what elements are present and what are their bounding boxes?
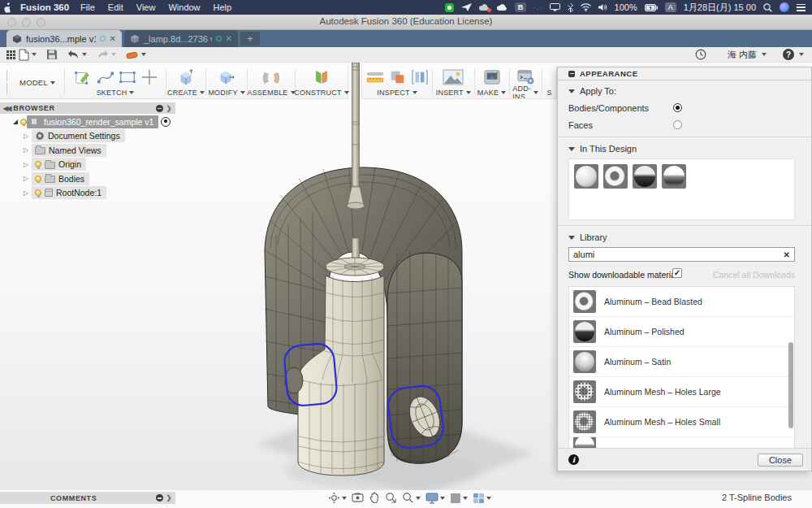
- display-caret[interactable]: [440, 497, 445, 500]
- viewports-button[interactable]: [473, 493, 491, 504]
- menu-help[interactable]: Help: [214, 2, 232, 12]
- radio-faces[interactable]: [673, 120, 682, 129]
- joint-icon[interactable]: [261, 68, 282, 86]
- scripts-addins-icon[interactable]: [516, 68, 535, 85]
- expand-icon[interactable]: [13, 119, 18, 124]
- document-tab-inactive[interactable]: _lamp.8d...2736 v1* ✕: [124, 30, 238, 47]
- keyboard-dots-icon[interactable]: ·.·: [533, 4, 542, 11]
- fit-button[interactable]: [402, 492, 421, 504]
- library-section-header[interactable]: Library: [558, 227, 811, 245]
- modify-caret[interactable]: [240, 91, 245, 94]
- active-app-name[interactable]: Fusion 360: [20, 2, 69, 12]
- apply-option-bodies[interactable]: Bodies/Components: [558, 99, 811, 116]
- collapsed-icon[interactable]: ▷: [23, 146, 29, 154]
- file-menu-icon[interactable]: [19, 49, 29, 61]
- panel-chevron-icon[interactable]: ❯: [166, 494, 172, 501]
- close-tab-icon[interactable]: ✕: [110, 35, 116, 43]
- job-status-clock-icon[interactable]: [695, 49, 706, 60]
- panel-options-icon[interactable]: [156, 494, 163, 501]
- material-row[interactable]: Aluminum – Polished: [569, 317, 794, 347]
- browser-item-root[interactable]: fusion360_render_sample v1: [0, 115, 175, 128]
- visibility-bulb-icon[interactable]: [35, 176, 41, 182]
- swatch-white-swirl[interactable]: [603, 164, 628, 189]
- zoom-window-button[interactable]: [385, 492, 397, 504]
- collapse-panel-icon[interactable]: ◀◀: [3, 105, 10, 112]
- insert-caret[interactable]: [466, 91, 471, 94]
- menubar-clock[interactable]: 1月28日(月) 15 00: [684, 2, 756, 14]
- in-this-design-section-header[interactable]: In This Design: [558, 138, 811, 157]
- menu-view[interactable]: View: [136, 2, 156, 12]
- radio-bodies-components[interactable]: [673, 103, 682, 112]
- browser-item-document-settings[interactable]: ▷ Document Settings: [0, 129, 175, 142]
- section-collapse-icon[interactable]: [568, 236, 575, 240]
- eraser-tool-icon[interactable]: [126, 50, 139, 59]
- data-panel-toggle-icon[interactable]: [6, 50, 15, 59]
- inspect-caret[interactable]: [412, 91, 417, 94]
- collapsed-icon[interactable]: ▷: [23, 161, 29, 168]
- visibility-bulb-icon[interactable]: [35, 189, 41, 196]
- insert-image-icon[interactable]: [443, 69, 464, 85]
- clear-search-icon[interactable]: ✕: [784, 250, 790, 259]
- grid-layout-button[interactable]: [450, 493, 468, 504]
- close-tab-icon[interactable]: ✕: [226, 35, 232, 43]
- measure-icon[interactable]: [365, 69, 385, 85]
- boxdrive-icon[interactable]: B: [515, 2, 526, 12]
- browser-item-origin[interactable]: ▷ Origin: [0, 158, 175, 171]
- press-pull-icon[interactable]: [217, 68, 236, 86]
- spotlight-icon[interactable]: [763, 3, 772, 12]
- cancel-downloads-link[interactable]: Cancel all Downloads: [713, 270, 795, 280]
- viewports-caret[interactable]: [486, 497, 491, 500]
- 3d-print-icon[interactable]: [482, 69, 502, 85]
- line-app-icon[interactable]: [445, 3, 454, 12]
- collapsed-icon[interactable]: ▷: [23, 189, 29, 197]
- panel-options-icon[interactable]: [156, 105, 163, 112]
- browser-header[interactable]: ◀◀ BROWSER ❯: [0, 102, 175, 114]
- swatch-white-matte[interactable]: [574, 164, 598, 189]
- sketch-caret[interactable]: [129, 91, 134, 94]
- input-source-icon[interactable]: A: [665, 2, 676, 12]
- paper-plane-icon[interactable]: [461, 3, 472, 11]
- visibility-bulb-icon[interactable]: [35, 161, 41, 167]
- appearance-dialog-header[interactable]: APPEARANCE: [558, 67, 811, 80]
- document-tab-active[interactable]: fusion36...mple v1* ✕: [6, 30, 122, 47]
- activate-component-radio[interactable]: [161, 117, 171, 127]
- section-collapse-icon[interactable]: [568, 147, 575, 151]
- visibility-bulb-icon[interactable]: [20, 119, 27, 125]
- redo-icon[interactable]: [97, 50, 109, 59]
- battery-icon[interactable]: [645, 4, 658, 11]
- user-menu-caret[interactable]: [762, 53, 767, 56]
- display-settings-button[interactable]: [425, 493, 445, 504]
- siri-icon[interactable]: [780, 2, 789, 12]
- collapsed-icon[interactable]: ▷: [23, 132, 29, 140]
- look-at-button[interactable]: [352, 493, 364, 503]
- sketch-point-icon[interactable]: [140, 68, 158, 86]
- create-form-icon[interactable]: [176, 68, 196, 86]
- comments-panel-header[interactable]: COMMENTS ❯: [0, 492, 175, 504]
- volume-icon[interactable]: [598, 3, 607, 11]
- spline-icon[interactable]: [97, 68, 114, 86]
- redo-caret[interactable]: [111, 53, 116, 56]
- material-row[interactable]: Aluminum – Bead Blasted: [569, 287, 794, 317]
- close-button[interactable]: Close: [758, 454, 803, 467]
- show-downloadable-checkbox[interactable]: ✓: [672, 268, 682, 278]
- undo-caret[interactable]: [82, 53, 87, 56]
- wifi-icon[interactable]: [581, 3, 591, 11]
- construct-plane-icon[interactable]: [312, 68, 331, 86]
- collapsed-icon[interactable]: ▷: [23, 175, 29, 182]
- airplay-display-icon[interactable]: [550, 3, 560, 11]
- swatch-chrome[interactable]: [662, 164, 686, 189]
- apply-option-faces[interactable]: Faces: [558, 116, 811, 133]
- bluetooth-icon[interactable]: [568, 3, 573, 12]
- workspace-selector[interactable]: MODEL: [11, 66, 64, 98]
- browser-item-named-views[interactable]: ▷ Named Views: [0, 144, 175, 157]
- menu-window[interactable]: Window: [168, 2, 200, 12]
- toolbar-grip[interactable]: [5, 66, 9, 98]
- swatch-dark-polished[interactable]: [633, 164, 657, 189]
- material-row[interactable]: Aluminum Mesh – Holes Small: [569, 407, 794, 437]
- material-row[interactable]: Aluminum Mesh – Holes Large: [569, 377, 794, 407]
- orbit-caret[interactable]: [342, 497, 347, 500]
- save-icon[interactable]: [46, 49, 58, 60]
- help-icon[interactable]: ?: [783, 49, 794, 60]
- grid-caret[interactable]: [463, 497, 468, 500]
- make-caret[interactable]: [501, 91, 506, 94]
